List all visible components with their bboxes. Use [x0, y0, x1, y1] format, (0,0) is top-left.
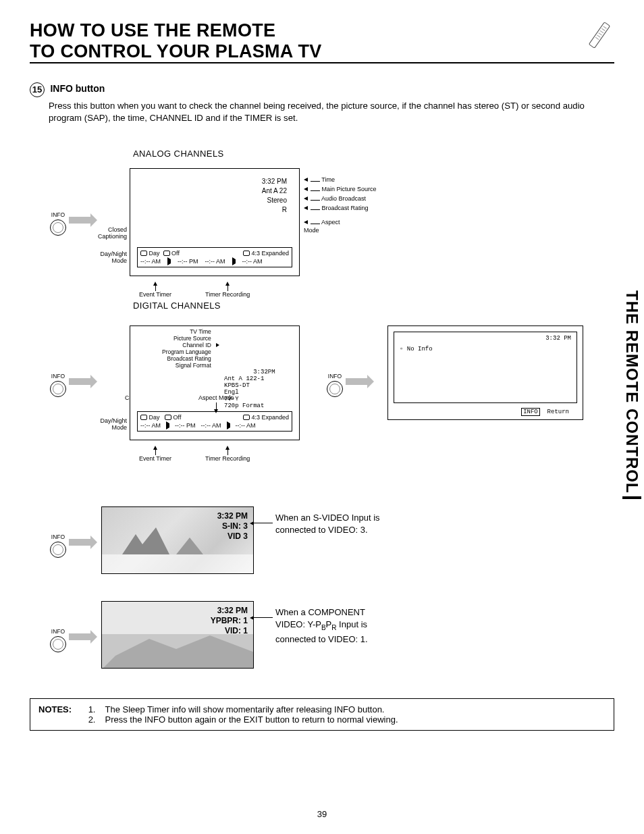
lbl-time: Time: [321, 176, 335, 183]
info-button[interactable]: INFO: [50, 211, 66, 236]
video2-desc: When a COMPONENT VIDEO: Y-PBPR Input is …: [275, 606, 397, 646]
analog-audio: Stereo: [262, 196, 287, 205]
strip-day: Day: [149, 250, 160, 257]
arrow-icon: [346, 378, 367, 385]
lbl-timer-rec: Timer Recording: [205, 446, 250, 462]
analog-strip: Day Off 4:3 Expanded --:-- AM --:-- PM -…: [137, 247, 292, 267]
analog-osd: 3:32 PM Ant A 22 Stereo R Day Off 4:3 Ex…: [130, 168, 300, 276]
lbl-source: Main Picture Source: [322, 186, 377, 192]
digital-title: DIGITAL CHANNELS: [133, 301, 614, 311]
d-t3: --:-- AM: [201, 421, 221, 429]
video1-desc: When an S-VIDEO Input is connected to VI…: [275, 512, 397, 536]
lbl-event-timer: Event Timer: [139, 282, 171, 298]
v2-ypbpr: YPBPR: 1: [211, 616, 248, 626]
d-t1: --:-- AM: [140, 421, 161, 429]
d-strip-day: Day: [149, 414, 160, 421]
section-body: Press this button when you want to check…: [49, 100, 614, 124]
note-num: 1.: [88, 704, 96, 714]
noinfo-time: 3:32 PM: [545, 335, 571, 342]
info-button[interactable]: INFO: [50, 533, 66, 558]
arrow-icon: [69, 378, 90, 385]
note-1: The Sleep Timer info will show momentari…: [105, 704, 384, 714]
notes-label: NOTES:: [38, 704, 86, 714]
lbl-aspect-mode: Aspect Mode: [198, 394, 234, 415]
strip-aspect: 4:3 Expanded: [251, 250, 289, 257]
arrow-icon: [69, 217, 90, 224]
analog-rating: R: [262, 205, 287, 215]
page-title-line1: HOW TO USE THE REMOTE: [30, 20, 614, 41]
d-t2: --:-- PM: [175, 421, 196, 429]
return-label: INFO Return: [521, 409, 569, 415]
dn-label: Day/Night Mode: [90, 417, 127, 431]
notes-box: NOTES: 1.The Sleep Timer info will show …: [30, 698, 614, 731]
lbl-event-timer: Event Timer: [139, 446, 171, 462]
strip-t3: --:-- AM: [205, 257, 225, 265]
info-button[interactable]: INFO: [327, 373, 343, 397]
d-t4: --:-- AM: [236, 421, 256, 429]
lbl-timer-rec: Timer Recording: [205, 282, 250, 298]
lbl-audio: Audio Broadcast: [321, 195, 366, 202]
v1-time: 3:32 PM: [217, 511, 248, 521]
info-label: INFO: [328, 373, 342, 380]
v1-vid: VID 3: [217, 531, 248, 542]
info-button[interactable]: INFO: [50, 373, 66, 397]
video2-preview: 3:32 PM YPBPR: 1 VID: 1: [101, 601, 254, 669]
info-label: INFO: [51, 373, 65, 380]
page-title-line2: TO CONTROL YOUR PLASMA TV: [30, 41, 614, 62]
svg-marker-8: [122, 527, 169, 554]
noinfo-text: ▫ No Info: [400, 346, 433, 353]
analog-source: Ant A 22: [262, 186, 287, 196]
info-button[interactable]: INFO: [50, 628, 66, 652]
svg-marker-9: [176, 538, 203, 554]
cc-label: Closed Captioning: [95, 226, 127, 240]
strip-cc: Off: [171, 250, 180, 257]
arrow-line: [254, 523, 273, 523]
arrow-icon: [69, 633, 90, 640]
section-number: 15: [30, 82, 45, 97]
lbl-rating: Broadcast Rating: [322, 205, 369, 211]
d-strip-cc: Off: [173, 414, 182, 421]
dn-label: Day/Night Mode: [90, 251, 127, 264]
note-2: Press the INFO button again or the EXIT …: [105, 714, 398, 725]
info-label: INFO: [51, 628, 65, 635]
svg-rect-0: [589, 22, 610, 49]
video1-preview: 3:32 PM S-IN: 3 VID 3: [101, 506, 254, 574]
note-num: 2.: [88, 714, 96, 725]
strip-t1: --:-- AM: [140, 257, 161, 265]
info-label: INFO: [51, 211, 65, 218]
info-label: INFO: [51, 533, 65, 540]
digital-field-labels: TV Time Picture Source Channel ID Progra…: [162, 328, 211, 369]
strip-t2: --:-- PM: [178, 257, 198, 265]
section-heading: INFO button: [50, 83, 105, 94]
v2-time: 3:32 PM: [211, 606, 248, 616]
strip-t4: --:-- AM: [242, 257, 263, 265]
page-number: 39: [0, 809, 644, 819]
sidebar-title: THE REMOTE CONTROL: [622, 290, 641, 499]
v2-vid: VID: 1: [211, 626, 248, 636]
remote-icon: [586, 20, 613, 50]
arrow-line: [254, 617, 273, 618]
svg-rect-7: [102, 554, 254, 574]
analog-title: ANALOG CHANNELS: [133, 149, 614, 159]
analog-time: 3:32 PM: [262, 177, 287, 186]
noinfo-osd: 3:32 PM ▫ No Info INFO Return: [387, 325, 583, 420]
v1-sin: S-IN: 3: [217, 521, 248, 531]
lbl-aspect: Aspect Mode: [304, 219, 340, 234]
arrow-icon: [69, 539, 90, 546]
